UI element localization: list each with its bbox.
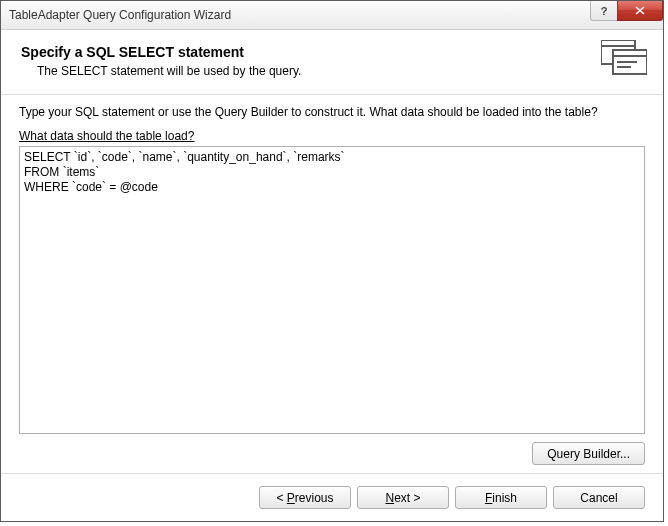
wizard-window: TableAdapter Query Configuration Wizard …: [0, 0, 664, 522]
titlebar-controls: ?: [591, 1, 663, 21]
close-icon: [635, 6, 645, 15]
instruction-text: Type your SQL statement or use the Query…: [19, 105, 645, 119]
wizard-footer: < Previous Next > Finish Cancel: [1, 473, 663, 521]
header-title: Specify a SQL SELECT statement: [21, 44, 643, 60]
btn-text-post: ext >: [394, 491, 420, 505]
wizard-body: Type your SQL statement or use the Query…: [1, 95, 663, 473]
btn-text-key: N: [385, 491, 394, 505]
query-builder-row: Query Builder...: [19, 442, 645, 465]
btn-text-pre: <: [276, 491, 286, 505]
help-button[interactable]: ?: [590, 1, 618, 21]
window-title: TableAdapter Query Configuration Wizard: [9, 8, 231, 22]
header-panel: Specify a SQL SELECT statement The SELEC…: [1, 30, 663, 95]
sql-field-label: What data should the table load?: [19, 129, 645, 143]
finish-button[interactable]: Finish: [455, 486, 547, 509]
sql-textarea-wrap: [19, 146, 645, 434]
query-builder-button[interactable]: Query Builder...: [532, 442, 645, 465]
previous-button[interactable]: < Previous: [259, 486, 351, 509]
header-subtitle: The SELECT statement will be used by the…: [37, 64, 643, 78]
sql-textarea[interactable]: [19, 146, 645, 434]
cancel-button[interactable]: Cancel: [553, 486, 645, 509]
btn-text-post: inish: [492, 491, 517, 505]
help-icon: ?: [601, 5, 608, 17]
btn-text-post: revious: [295, 491, 334, 505]
btn-text-key: P: [287, 491, 295, 505]
close-button[interactable]: [617, 1, 663, 21]
titlebar: TableAdapter Query Configuration Wizard …: [1, 1, 663, 30]
sql-window-icon: [601, 40, 647, 79]
next-button[interactable]: Next >: [357, 486, 449, 509]
